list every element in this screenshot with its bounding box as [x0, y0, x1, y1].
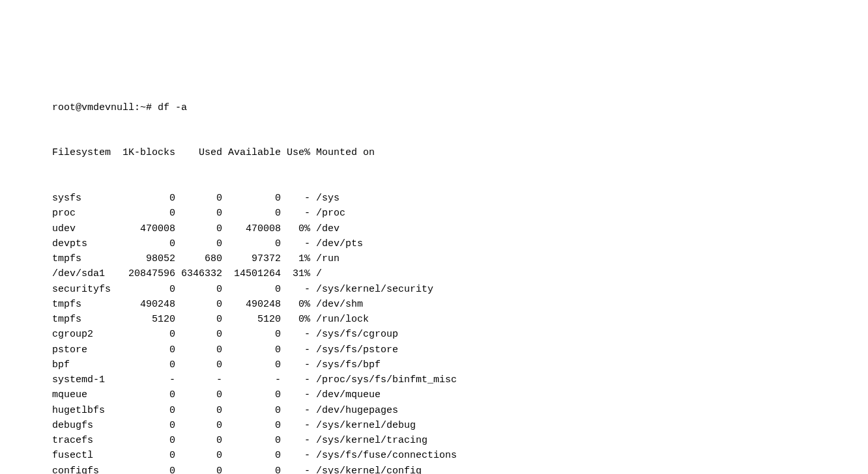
cell-used: 0 — [175, 464, 222, 475]
df-row: devpts000-/dev/pts — [52, 236, 868, 251]
cell-available: 0 — [222, 433, 281, 448]
cell-blocks: 0 — [117, 387, 175, 402]
df-row: systemd-1----/proc/sys/fs/binfmt_misc — [52, 372, 868, 387]
df-row: tmpfs5120051200%/run/lock — [52, 312, 868, 327]
cell-filesystem: tmpfs — [52, 312, 117, 327]
cell-available: 0 — [222, 448, 281, 463]
prompt-line: root@vmdevnull:~# df -a — [52, 100, 868, 115]
cell-mounted-on: /dev/shm — [310, 297, 363, 312]
cell-use-pct: - — [281, 433, 310, 448]
df-row: fusectl000-/sys/fs/fuse/connections — [52, 448, 868, 463]
cell-mounted-on: /run — [310, 251, 340, 266]
df-row: pstore000-/sys/fs/pstore — [52, 342, 868, 357]
cell-filesystem: fusectl — [52, 448, 117, 463]
col-filesystem: Filesystem — [52, 145, 117, 160]
cell-use-pct: 0% — [281, 221, 310, 236]
cell-available: - — [222, 372, 281, 387]
df-row: tmpfs49024804902480%/dev/shm — [52, 297, 868, 312]
cell-use-pct: 1% — [281, 251, 310, 266]
cell-available: 470008 — [222, 221, 281, 236]
cell-mounted-on: /sys/fs/cgroup — [310, 327, 398, 342]
cell-used: 0 — [175, 387, 222, 402]
cell-available: 0 — [222, 236, 281, 251]
cell-use-pct: 0% — [281, 312, 310, 327]
df-row: bpf000-/sys/fs/bpf — [52, 357, 868, 372]
cell-filesystem: udev — [52, 221, 117, 236]
cell-available: 97372 — [222, 251, 281, 266]
cell-blocks: 98052 — [117, 251, 175, 266]
cell-filesystem: cgroup2 — [52, 327, 117, 342]
cell-use-pct: - — [281, 191, 310, 206]
cell-use-pct: 0% — [281, 297, 310, 312]
df-row: tmpfs98052680973721%/run — [52, 251, 868, 266]
cell-mounted-on: /proc — [310, 206, 345, 221]
cell-used: 0 — [175, 282, 222, 297]
cell-filesystem: mqueue — [52, 387, 117, 402]
cell-use-pct: - — [281, 282, 310, 297]
cell-mounted-on: /sys — [310, 191, 340, 206]
cell-mounted-on: /dev/hugepages — [310, 403, 398, 418]
cell-available: 14501264 — [222, 266, 281, 281]
cell-used: 0 — [175, 433, 222, 448]
col-used: Used — [175, 145, 222, 160]
cell-use-pct: 31% — [281, 266, 310, 281]
cell-available: 490248 — [222, 297, 281, 312]
cell-filesystem: devpts — [52, 236, 117, 251]
df-row: sysfs000-/sys — [52, 191, 868, 206]
cell-mounted-on: /run/lock — [310, 312, 369, 327]
df-row: proc000-/proc — [52, 206, 868, 221]
cell-blocks: 0 — [117, 342, 175, 357]
cell-blocks: 0 — [117, 206, 175, 221]
cell-available: 0 — [222, 387, 281, 402]
cell-use-pct: - — [281, 372, 310, 387]
cell-available: 0 — [222, 418, 281, 433]
cell-use-pct: - — [281, 342, 310, 357]
df-row: udev47000804700080%/dev — [52, 221, 868, 236]
cell-mounted-on: /sys/kernel/security — [310, 282, 433, 297]
cell-blocks: 0 — [117, 448, 175, 463]
cell-use-pct: - — [281, 448, 310, 463]
cell-available: 0 — [222, 282, 281, 297]
cell-mounted-on: /dev/mqueue — [310, 387, 381, 402]
cell-mounted-on: /proc/sys/fs/binfmt_misc — [310, 372, 457, 387]
cell-mounted-on: /sys/kernel/tracing — [310, 433, 427, 448]
cell-used: 0 — [175, 236, 222, 251]
cell-filesystem: hugetlbfs — [52, 403, 117, 418]
cell-mounted-on: /sys/kernel/debug — [310, 418, 416, 433]
df-row: tracefs000-/sys/kernel/tracing — [52, 433, 868, 448]
cell-available: 0 — [222, 342, 281, 357]
cell-available: 0 — [222, 327, 281, 342]
df-row: configfs000-/sys/kernel/config — [52, 464, 868, 475]
cell-available: 0 — [222, 206, 281, 221]
cell-blocks: 0 — [117, 418, 175, 433]
cell-filesystem: tmpfs — [52, 251, 117, 266]
cell-mounted-on: /sys/fs/fuse/connections — [310, 448, 457, 463]
cell-mounted-on: /dev — [310, 221, 340, 236]
cell-use-pct: - — [281, 387, 310, 402]
cell-filesystem: proc — [52, 206, 117, 221]
cell-used: 0 — [175, 206, 222, 221]
cell-used: 0 — [175, 418, 222, 433]
col-use-pct: Use% — [281, 145, 310, 160]
cell-blocks: 20847596 — [117, 266, 175, 281]
cell-blocks: 0 — [117, 236, 175, 251]
df-row: hugetlbfs000-/dev/hugepages — [52, 403, 868, 418]
cell-blocks: 0 — [117, 403, 175, 418]
cell-mounted-on: / — [310, 266, 322, 281]
col-available: Available — [222, 145, 281, 160]
shell-prompt: root@vmdevnull:~# df -a — [52, 102, 187, 113]
cell-filesystem: tmpfs — [52, 297, 117, 312]
cell-used: 0 — [175, 221, 222, 236]
col-mounted-on: Mounted on — [310, 145, 375, 160]
cell-used: 0 — [175, 191, 222, 206]
cell-use-pct: - — [281, 327, 310, 342]
cell-used: 0 — [175, 357, 222, 372]
cell-available: 0 — [222, 464, 281, 475]
terminal-output: root@vmdevnull:~# df -a Filesystem1K-blo… — [52, 70, 868, 474]
cell-used: 0 — [175, 403, 222, 418]
cell-blocks: 0 — [117, 191, 175, 206]
cell-used: 0 — [175, 327, 222, 342]
cell-use-pct: - — [281, 418, 310, 433]
cell-available: 0 — [222, 357, 281, 372]
cell-filesystem: sysfs — [52, 191, 117, 206]
